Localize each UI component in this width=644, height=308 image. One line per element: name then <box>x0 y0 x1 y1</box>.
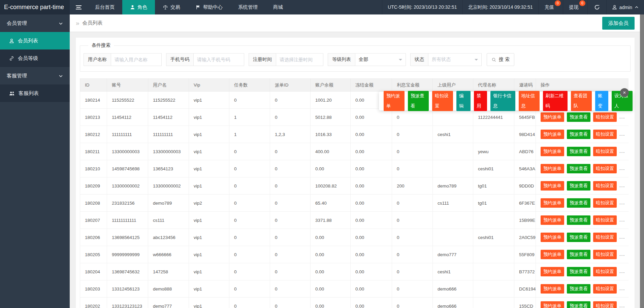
row-action-button[interactable]: 预约派单 <box>541 112 564 122</box>
username-label: 用户名称 <box>84 53 111 66</box>
more-actions-button[interactable]: ... <box>619 166 625 171</box>
row-action-button[interactable]: 暗扣设置 <box>593 198 617 208</box>
hamburger-menu-icon[interactable] <box>70 0 87 14</box>
more-actions-button[interactable]: ... <box>619 132 625 137</box>
row-action-button[interactable]: 预约派单 <box>541 130 564 139</box>
row-action-button[interactable]: 预派查看 <box>567 301 590 308</box>
row-action-button[interactable]: 预约派单 <box>541 284 564 294</box>
cell-vip: vip1 <box>189 212 229 229</box>
popup-action-button[interactable]: 预约派单 <box>384 91 405 111</box>
cell-account: 231832156 <box>107 195 148 212</box>
nav-item-help-center[interactable]: 帮助中心 <box>188 0 230 14</box>
row-action-button[interactable]: 预约派单 <box>541 250 564 259</box>
row-action-button[interactable]: 预派查看 <box>567 267 590 276</box>
row-action-button[interactable]: 暗扣设置 <box>593 215 617 225</box>
more-actions-button[interactable]: ... <box>619 217 625 223</box>
row-action-button[interactable]: 预派查看 <box>567 147 590 156</box>
row-action-button[interactable]: 暗扣设置 <box>593 147 617 156</box>
sidebar-item-member-level[interactable]: 会员等级 <box>0 49 70 67</box>
row-action-button[interactable]: 预派查看 <box>567 198 590 208</box>
nav-item-system[interactable]: 系统管理 <box>230 0 265 14</box>
nav-item-roles[interactable]: 角色 <box>122 0 155 14</box>
col-header-interest: 利息宝金额 <box>392 79 433 92</box>
row-action-button[interactable]: 暗扣设置 <box>593 284 617 294</box>
page-scrollbar-thumb[interactable] <box>640 14 644 308</box>
row-action-button[interactable]: 预约派单 <box>541 181 564 191</box>
cell-invite: 6F367E <box>514 195 536 212</box>
cell-parent: cs111 <box>433 195 473 212</box>
popup-action-button[interactable]: 预派查看 <box>408 91 429 111</box>
more-actions-button[interactable]: ... <box>619 286 625 291</box>
row-action-button[interactable]: 预约派单 <box>541 147 564 156</box>
more-actions-button[interactable]: ... <box>619 114 625 119</box>
cell-dispatch-id: 0 <box>270 263 311 280</box>
popup-action-button[interactable]: 账变 <box>595 91 608 111</box>
popup-action-button[interactable]: 银行卡信息 <box>490 91 515 111</box>
popup-action-button[interactable]: 暗扣设置 <box>432 91 453 111</box>
admin-menu[interactable]: admin <box>606 0 644 14</box>
cell-dispatch-id: 0 <box>270 229 311 246</box>
col-header-balance: 账户余额 <box>311 79 351 92</box>
row-action-button[interactable]: 暗扣设置 <box>593 164 617 173</box>
row-action-button[interactable]: 暗扣设置 <box>593 301 617 308</box>
row-action-button[interactable]: 暗扣设置 <box>593 267 617 276</box>
row-action-button[interactable]: 预派查看 <box>567 130 590 139</box>
row-action-button[interactable]: 暗扣设置 <box>593 233 617 242</box>
nav-item-mall[interactable]: 商城 <box>265 0 291 14</box>
popup-action-button[interactable]: 查看团队 <box>571 91 592 111</box>
cell-frozen: 0.00 <box>351 229 392 246</box>
row-action-button[interactable]: 预派查看 <box>567 250 590 259</box>
more-actions-button[interactable]: ... <box>619 269 625 274</box>
row-action-button[interactable]: 暗扣设置 <box>593 130 617 139</box>
row-action-button[interactable]: 预派查看 <box>567 233 590 242</box>
level-select[interactable]: 全部 <box>355 53 406 66</box>
more-actions-button[interactable]: ... <box>619 200 625 205</box>
row-action-button[interactable]: 预派查看 <box>567 215 590 225</box>
username-input[interactable] <box>111 53 162 66</box>
close-popup-button[interactable]: × <box>620 88 629 97</box>
row-action-button[interactable]: 暗扣设置 <box>593 181 617 191</box>
add-member-button[interactable]: 添加会员 <box>602 17 635 30</box>
row-action-button[interactable]: 预派查看 <box>567 164 590 173</box>
row-action-button[interactable]: 预约派单 <box>541 198 564 208</box>
more-actions-button[interactable]: ... <box>619 183 625 188</box>
cell-balance: 3371.88 <box>311 212 351 229</box>
row-action-button[interactable]: 预派查看 <box>567 112 590 122</box>
row-action-button[interactable]: 暗扣设置 <box>593 250 617 259</box>
popup-action-button[interactable]: 禁用 <box>474 91 487 111</box>
chevron-down-icon <box>59 74 63 78</box>
sidebar-item-member-list[interactable]: 会员列表 <box>0 32 70 49</box>
sidebar-group-member-management[interactable]: 会员管理 <box>0 14 70 32</box>
row-action-button[interactable]: 预派查看 <box>567 181 590 191</box>
phone-input[interactable] <box>194 53 244 66</box>
table-row: 180211 13300000003 13300000003 vip1 0 0 … <box>80 143 629 160</box>
popup-action-button[interactable]: 地址信息 <box>519 91 540 111</box>
popup-action-button[interactable]: 编 辑 <box>456 91 471 111</box>
cell-parent: demo666 <box>433 298 473 308</box>
row-action-button[interactable]: 预约派单 <box>541 233 564 242</box>
more-actions-button[interactable]: ... <box>619 303 625 308</box>
row-action-button[interactable]: 预派查看 <box>567 284 590 294</box>
cell-tasks: 1 <box>229 126 270 143</box>
status-select[interactable]: 所有状态 <box>428 53 482 66</box>
more-actions-button[interactable]: ... <box>619 252 625 257</box>
cell-actions: 预约派单预派查看暗扣设置... <box>536 160 629 177</box>
search-button[interactable]: 搜 索 <box>487 53 514 66</box>
refresh-button[interactable] <box>587 0 606 14</box>
nav-item-trade[interactable]: 交易 <box>155 0 188 14</box>
nav-item-dashboard[interactable]: 后台首页 <box>87 0 122 14</box>
popup-action-button[interactable]: 刷新二维码 <box>543 91 568 111</box>
sidebar-group-service-management[interactable]: 客服管理 <box>0 67 70 84</box>
more-actions-button[interactable]: ... <box>619 149 625 154</box>
cell-account: 11454112 <box>107 109 148 126</box>
sidebar-item-service-list[interactable]: 客服列表 <box>0 84 70 102</box>
row-action-button[interactable]: 预约派单 <box>541 301 564 308</box>
row-action-button[interactable]: 预约派单 <box>541 164 564 173</box>
withdraw-button[interactable]: 提现 0 <box>563 0 587 14</box>
regtime-input[interactable] <box>276 53 323 66</box>
recharge-button[interactable]: 充值 0 <box>538 0 563 14</box>
more-actions-button[interactable]: ... <box>619 235 625 240</box>
row-action-button[interactable]: 暗扣设置 <box>593 112 617 122</box>
row-action-button[interactable]: 预约派单 <box>541 215 564 225</box>
row-action-button[interactable]: 预约派单 <box>541 267 564 276</box>
